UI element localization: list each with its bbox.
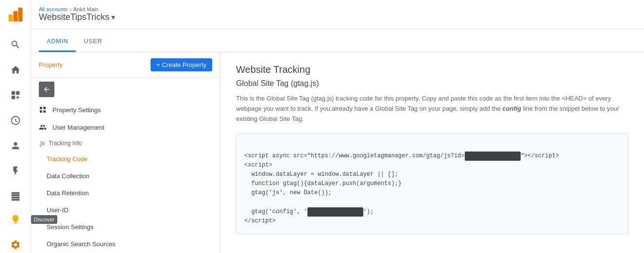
icon-sidebar-items [0, 33, 31, 208]
nav-section-tracking-info[interactable]: .js Tracking Info [31, 136, 220, 151]
create-property-button[interactable]: + Create Property [151, 58, 212, 71]
property-name-text: WebsiteTipsTricks [39, 12, 109, 22]
ga-logo-icon [7, 6, 24, 23]
nav-item-user-management[interactable]: User Management [31, 118, 220, 136]
svg-rect-0 [8, 15, 13, 21]
users-icon [39, 123, 47, 131]
redacted-config [307, 207, 363, 217]
nav-item-session-settings[interactable]: Session Settings [31, 219, 220, 236]
tab-bar: ADMIN USER [31, 29, 644, 52]
tab-admin[interactable]: ADMIN [39, 32, 76, 52]
breadcrumb-property: Ankit Main [73, 6, 98, 12]
sidebar-item-search[interactable] [4, 33, 27, 56]
left-nav: Property + Create Property Property Sett… [31, 52, 220, 253]
discover-badge-label: Discover [31, 215, 58, 224]
nav-label-property-settings: Property Settings [52, 106, 101, 114]
content-area: Property + Create Property Property Sett… [31, 52, 644, 253]
top-header: All accounts › Ankit Main WebsiteTipsTri… [31, 0, 644, 29]
icon-sidebar: Discover [0, 0, 31, 253]
all-accounts-link[interactable]: All accounts [39, 6, 68, 12]
sidebar-item-table[interactable] [4, 185, 27, 208]
grid-icon [39, 106, 47, 114]
panel-description: This is the Global Site Tag (gtag.js) tr… [236, 94, 628, 124]
tab-user[interactable]: USER [76, 32, 110, 52]
sidebar-bottom: Discover [4, 208, 27, 253]
property-dropdown-arrow[interactable]: ▾ [111, 13, 115, 22]
redacted-id [465, 152, 521, 161]
nav-label-session-settings: Session Settings [47, 223, 94, 231]
nav-item-user-id[interactable]: User-ID [31, 202, 220, 219]
nav-label-tracking-info: Tracking Info [49, 140, 82, 147]
sidebar-item-discover[interactable]: Discover [4, 208, 27, 231]
panel-description-bold: config [502, 105, 521, 112]
code-box[interactable]: <script async src="https://www.googletag… [236, 134, 628, 234]
sidebar-item-lightning[interactable] [4, 159, 27, 183]
panel-subtitle: Global Site Tag (gtag.js) [236, 79, 628, 88]
sidebar-item-dashboard[interactable] [4, 84, 27, 107]
svg-rect-1 [13, 11, 17, 22]
nav-item-data-retention[interactable]: Data Retention [31, 185, 220, 202]
property-name: WebsiteTipsTricks ▾ [39, 12, 115, 22]
right-panel: Website Tracking Global Site Tag (gtag.j… [220, 52, 644, 253]
nav-label-tracking-code: Tracking Code [47, 155, 87, 163]
sidebar-item-home[interactable] [4, 58, 27, 82]
nav-item-data-collection[interactable]: Data Collection [31, 168, 220, 185]
property-label: Property [39, 61, 63, 68]
nav-label-organic-search-sources: Organic Search Sources [47, 240, 116, 248]
panel-title: Website Tracking [236, 64, 628, 75]
nav-item-property-settings[interactable]: Property Settings [31, 101, 220, 118]
sidebar-item-settings[interactable] [4, 233, 27, 253]
sidebar-item-clock[interactable] [4, 109, 27, 132]
svg-rect-2 [18, 8, 22, 22]
nav-label-user-id: User-ID [47, 206, 68, 214]
sidebar-item-user[interactable] [4, 134, 27, 157]
main-area: All accounts › Ankit Main WebsiteTipsTri… [31, 0, 644, 253]
account-path: All accounts › Ankit Main WebsiteTipsTri… [39, 6, 115, 22]
nav-section-header: Property + Create Property [31, 52, 220, 75]
nav-label-user-management: User Management [52, 124, 104, 131]
breadcrumb: All accounts › Ankit Main [39, 6, 115, 12]
nav-item-organic-search-sources[interactable]: Organic Search Sources [31, 236, 220, 253]
nav-label-data-retention: Data Retention [47, 189, 89, 197]
nav-divider [31, 77, 220, 78]
breadcrumb-separator: › [69, 6, 71, 12]
nav-label-data-collection: Data Collection [47, 172, 89, 180]
back-button[interactable] [39, 82, 54, 97]
logo-area [0, 0, 31, 29]
nav-item-tracking-code[interactable]: Tracking Code [31, 151, 220, 168]
